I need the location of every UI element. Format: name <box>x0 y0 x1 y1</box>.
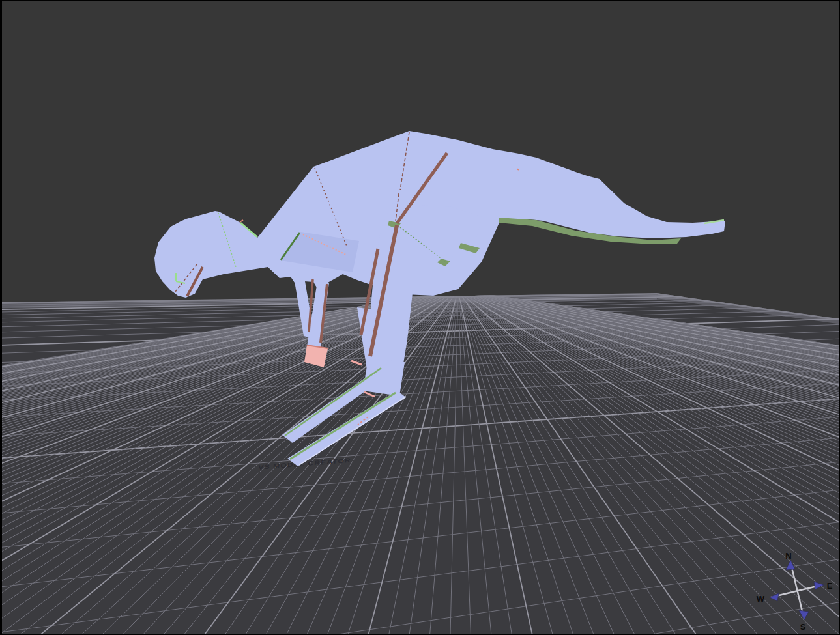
ground-grid <box>2 289 839 634</box>
compass-label-west: W <box>757 594 765 604</box>
model-edge-neck-red-mark <box>240 220 243 222</box>
compass-label-south: S <box>800 622 806 632</box>
compass-label-east: E <box>827 581 833 591</box>
viewport-3d-canvas[interactable]: VS MODEL CREATORNESW <box>2 1 839 634</box>
app-window: VS MODEL CREATORNESW <box>0 0 840 635</box>
compass-label-north: N <box>785 551 791 561</box>
